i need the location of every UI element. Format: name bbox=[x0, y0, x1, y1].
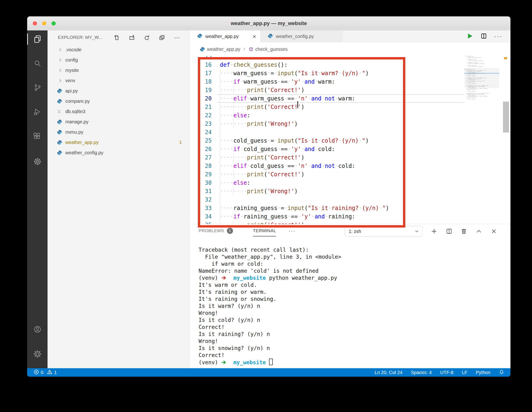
explorer-file-manage.py[interactable]: manage.py bbox=[48, 117, 190, 127]
terminal-line: Is it snowing? (y/n) n bbox=[199, 345, 506, 352]
explorer-file-weather_config.py[interactable]: weather_config.py bbox=[48, 148, 190, 158]
explorer-file-db.sqlite3[interactable]: db.sqlite3 bbox=[48, 106, 190, 117]
status-ln-20-col-24[interactable]: Ln 20, Col 24 bbox=[375, 370, 402, 375]
new-folder-icon[interactable] bbox=[128, 34, 136, 42]
explorer-sidebar: EXPLORER: MY_W... ⋯ .vscodeconfigmysitev… bbox=[48, 30, 190, 368]
python-file-icon bbox=[57, 88, 63, 94]
activity-search-icon[interactable] bbox=[27, 55, 48, 72]
collapse-folders-icon[interactable] bbox=[158, 34, 166, 42]
code-line-21[interactable]: 21········print('Correct!') bbox=[190, 103, 511, 111]
activity-source-control-icon[interactable] bbox=[27, 79, 48, 96]
terminal-line: (venv) my_website bbox=[199, 359, 506, 366]
status-spaces-4[interactable]: Spaces: 4 bbox=[411, 370, 432, 375]
activity-run-and-debug-icon[interactable] bbox=[27, 103, 48, 120]
terminal-line: Traceback (most recent call last): bbox=[199, 246, 506, 253]
terminal-line: Is it warm? (y/n) n bbox=[199, 302, 506, 309]
activity-settings-icon[interactable] bbox=[27, 346, 48, 362]
chevron-right-icon bbox=[58, 48, 63, 52]
code-line-26[interactable]: 26····if·cold_guess·==·'y'·and·cold: bbox=[190, 145, 511, 153]
bell-icon[interactable] bbox=[499, 369, 504, 376]
code-line-32[interactable]: 32 bbox=[190, 196, 511, 204]
python-file-icon bbox=[57, 119, 63, 124]
code-line-27[interactable]: 27········print('Correct!') bbox=[190, 153, 511, 162]
terminal-output[interactable]: Traceback (most recent call last): File … bbox=[199, 246, 506, 366]
new-terminal-icon[interactable] bbox=[429, 227, 439, 236]
tab-weather_app.py[interactable]: weather_app.py× bbox=[190, 30, 260, 42]
breadcrumb[interactable]: weather_app.py check_guesses bbox=[190, 42, 511, 56]
python-file-icon bbox=[57, 99, 63, 104]
maximize-panel-icon[interactable] bbox=[474, 227, 484, 236]
split-editor-icon[interactable] bbox=[481, 33, 487, 40]
warning-icon bbox=[47, 369, 52, 376]
terminal-line: NameError: name 'cold' is not defined bbox=[199, 267, 506, 274]
explorer-file-weather_app.py[interactable]: weather_app.py1 bbox=[48, 137, 190, 148]
close-panel-icon[interactable] bbox=[489, 227, 499, 236]
chevron-down-icon bbox=[414, 229, 419, 234]
tab-weather_config.py[interactable]: weather_config.py bbox=[260, 30, 343, 42]
python-file-icon bbox=[57, 150, 63, 155]
error-icon bbox=[34, 369, 39, 376]
breadcrumb-file[interactable]: weather_app.py bbox=[207, 47, 240, 52]
code-line-18[interactable]: 18····if·warm_guess·==·'y'·and·warm: bbox=[190, 77, 511, 86]
code-line-33[interactable]: 33····raining_guess·=·input("Is·it·raini… bbox=[190, 204, 511, 212]
code-line-19[interactable]: 19········print('Correct!') bbox=[190, 86, 511, 94]
terminal-cursor bbox=[269, 359, 273, 365]
status-lf[interactable]: LF bbox=[462, 370, 467, 375]
modified-count-badge: 1 bbox=[179, 140, 182, 145]
terminal-shell-select[interactable]: 1: zsh bbox=[345, 226, 422, 236]
title-bar[interactable]: weather_app.py — my_website bbox=[27, 16, 511, 31]
breadcrumb-symbol[interactable]: check_guesses bbox=[255, 47, 287, 52]
terminal-line: File "weather_app.py", line 3, in <modul… bbox=[199, 253, 506, 260]
activity-extensions-icon[interactable] bbox=[27, 128, 48, 145]
code-line-24[interactable]: 24 bbox=[190, 128, 511, 136]
explorer-title: EXPLORER: MY_W... bbox=[58, 30, 103, 45]
status-python[interactable]: Python bbox=[476, 370, 490, 375]
explorer-file-menu.py[interactable]: menu.py bbox=[48, 127, 190, 137]
chevron-right-icon bbox=[58, 58, 63, 62]
kill-terminal-icon[interactable] bbox=[459, 227, 468, 236]
python-file-icon bbox=[197, 33, 202, 39]
run-python-file-icon[interactable] bbox=[466, 32, 474, 41]
problems-count-badge: 1 bbox=[227, 228, 233, 234]
code-line-28[interactable]: 28····elif·cold_guess·==·'n'·and·not·col… bbox=[190, 162, 511, 170]
code-line-20[interactable]: 20····elif·warm_guess·==·'n'·and·not·war… bbox=[190, 94, 511, 103]
activity-explorer-icon[interactable] bbox=[27, 31, 48, 47]
more-actions-icon[interactable]: ⋯ bbox=[173, 34, 181, 42]
close-tab-icon[interactable]: × bbox=[253, 34, 256, 39]
code-line-25[interactable]: 25····cold_guess·=·input("Is·it·cold?·(y… bbox=[190, 136, 511, 145]
explorer-file-api.py[interactable]: api.py bbox=[48, 86, 190, 96]
code-line-22[interactable]: 22····else: bbox=[190, 111, 511, 120]
tab-terminal[interactable]: TERMINAL bbox=[253, 224, 276, 237]
explorer-folder-mysite[interactable]: mysite bbox=[48, 65, 190, 75]
problems-status[interactable]: 0 1 bbox=[34, 369, 57, 376]
explorer-file-compare.py[interactable]: compare.py bbox=[48, 96, 190, 106]
code-line-23[interactable]: 23········print('Wrong!') bbox=[190, 120, 511, 128]
status-utf-8[interactable]: UTF-8 bbox=[440, 370, 454, 375]
activity-kubernetes-icon[interactable] bbox=[27, 153, 48, 170]
code-line-17[interactable]: 17····warm_guess·=·input("Is·it·warm?·(y… bbox=[190, 69, 511, 77]
tab-problems[interactable]: PROBLEMS 1 bbox=[199, 224, 233, 237]
activity-account-icon[interactable] bbox=[27, 321, 48, 338]
explorer-folder-config[interactable]: config bbox=[48, 55, 190, 65]
code-line-29[interactable]: 29········print('Correct!') bbox=[190, 170, 511, 179]
code-line-34[interactable]: 34····if·raining_guess·==·'y'·and·rainin… bbox=[190, 212, 511, 221]
explorer-folder-venv[interactable]: venv bbox=[48, 75, 190, 86]
more-editor-actions-icon[interactable]: ··· bbox=[494, 33, 503, 40]
chevron-right-icon bbox=[58, 79, 63, 83]
code-line-35[interactable]: 35········print('Correct!') bbox=[190, 221, 511, 224]
split-terminal-icon[interactable] bbox=[444, 227, 454, 236]
code-line-31[interactable]: 31········print('Wrong!') bbox=[190, 187, 511, 196]
code-editor[interactable]: from weather_config import *def print_cl… bbox=[190, 56, 511, 224]
refresh-explorer-icon[interactable] bbox=[143, 34, 151, 42]
explorer-folder-.vscode[interactable]: .vscode bbox=[48, 45, 190, 55]
panel-more-tabs-icon[interactable]: ··· bbox=[288, 224, 295, 237]
code-line-15[interactable]: 15 bbox=[190, 56, 511, 61]
terminal-line: It's raining or snowing. bbox=[199, 295, 506, 302]
database-file-icon bbox=[57, 109, 63, 114]
chevron-right-icon bbox=[243, 47, 246, 51]
new-file-icon[interactable] bbox=[113, 34, 121, 42]
code-line-16[interactable]: 16def·check_guesses(): bbox=[190, 61, 511, 69]
code-line-30[interactable]: 30····else: bbox=[190, 179, 511, 187]
python-file-icon bbox=[57, 140, 63, 145]
chevron-right-icon bbox=[58, 68, 63, 72]
